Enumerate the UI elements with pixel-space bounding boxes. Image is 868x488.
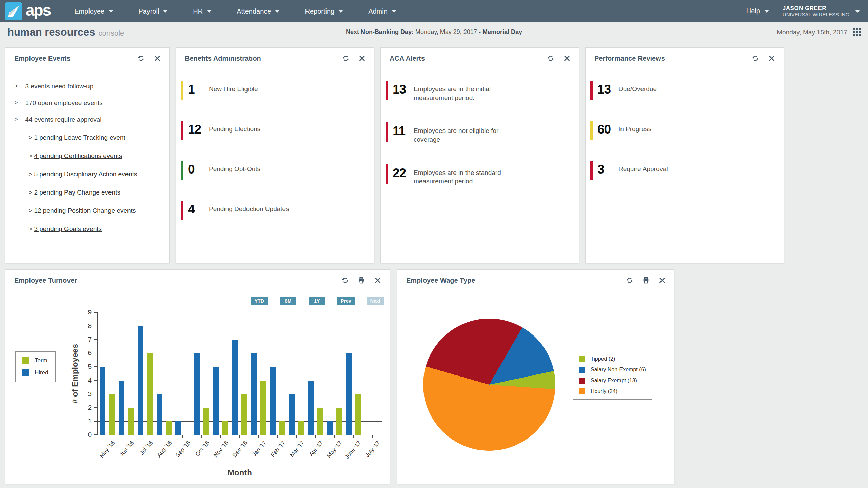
stat-row: 22 Employees are in the standard measure… bbox=[381, 164, 579, 186]
pending-events-list: 1 pending Leave Tracking event 4 pending… bbox=[5, 133, 169, 244]
hired-bar bbox=[232, 340, 238, 435]
aca-alerts-card: ACA Alerts 13 Employees are in the initi… bbox=[380, 47, 579, 263]
card-title: ACA Alerts bbox=[390, 55, 425, 62]
list-item[interactable]: 3 pending Goals events bbox=[28, 225, 169, 244]
wage-type-pie-chart: Tipped (2)Salary Non-Exempt (6)Salary Ex… bbox=[397, 291, 674, 484]
stat-count: 12 bbox=[188, 121, 209, 138]
stat-label: Employees are in the standard measuremen… bbox=[414, 168, 515, 186]
stat-count: 1 bbox=[188, 81, 209, 98]
status-bar bbox=[181, 81, 183, 100]
hired-bar bbox=[138, 326, 143, 435]
legend-swatch bbox=[22, 357, 29, 364]
menu-reporting[interactable]: Reporting bbox=[305, 7, 343, 15]
refresh-icon[interactable] bbox=[626, 277, 633, 284]
hired-bar bbox=[289, 394, 295, 435]
stat-count: 11 bbox=[393, 122, 414, 140]
stat-row: 3 Require Approval bbox=[586, 161, 784, 180]
status-bar bbox=[590, 121, 593, 140]
close-icon[interactable] bbox=[358, 55, 366, 62]
refresh-icon[interactable] bbox=[341, 277, 349, 284]
main-menu: Employee Payroll HR Attendance Reporting… bbox=[74, 7, 396, 15]
status-bar bbox=[386, 122, 388, 142]
legend-label: Salary Exempt (13) bbox=[591, 378, 637, 384]
x-tick bbox=[277, 435, 278, 438]
y-axis bbox=[97, 312, 98, 435]
chevron-down-icon bbox=[108, 10, 113, 13]
legend-label: Hired bbox=[35, 369, 48, 376]
hired-bar bbox=[194, 353, 200, 435]
menu-hr[interactable]: HR bbox=[193, 7, 212, 15]
y-tick bbox=[94, 353, 97, 353]
turnover-bar-chart: 0123456789May '16Jun '16Jul '16Aug '16Se… bbox=[5, 291, 390, 484]
y-tick bbox=[94, 312, 97, 313]
benefits-administration-card: Benefits Administration 1 New Hire Eligi… bbox=[176, 47, 374, 263]
term-bar bbox=[355, 394, 361, 435]
apps-grid-icon[interactable] bbox=[853, 28, 861, 36]
x-tick bbox=[145, 435, 145, 438]
stat-row: 12 Pending Elections bbox=[176, 121, 374, 140]
stat-label: Require Approval bbox=[618, 165, 668, 174]
list-item[interactable]: 4 pending Certifications events bbox=[28, 152, 169, 170]
stat-label: Pending Elections bbox=[209, 125, 260, 134]
stat-row: 60 In Progress bbox=[586, 121, 784, 140]
refresh-icon[interactable] bbox=[137, 55, 145, 62]
stat-label: New Hire Eligible bbox=[209, 85, 258, 94]
list-item[interactable]: 44 events require approval bbox=[14, 116, 169, 133]
y-tick-label: 9 bbox=[77, 309, 92, 316]
user-menu[interactable]: JASON GREER UNIVERSAL WIRELESS INC bbox=[783, 5, 860, 18]
y-tick bbox=[94, 394, 97, 394]
card-title: Employee Turnover bbox=[14, 277, 77, 284]
list-item[interactable]: 2 pending Pay Change events bbox=[28, 189, 169, 207]
list-item[interactable]: 12 pending Position Change events bbox=[28, 207, 169, 225]
page-subtitle: console bbox=[98, 29, 124, 37]
employee-wage-type-card: Employee Wage Type Tipped (2)Salary Non-… bbox=[397, 269, 674, 484]
legend-swatch bbox=[579, 367, 585, 373]
stat-count: 13 bbox=[393, 81, 414, 98]
y-tick bbox=[94, 421, 97, 422]
page-header: human resourcesconsole Next Non-Banking … bbox=[0, 22, 868, 42]
close-icon[interactable] bbox=[374, 277, 381, 284]
term-bar bbox=[260, 381, 266, 435]
x-tick bbox=[182, 435, 183, 438]
stat-count: 4 bbox=[188, 201, 209, 218]
chevron-down-icon bbox=[764, 10, 769, 13]
close-icon[interactable] bbox=[154, 55, 161, 62]
close-icon[interactable] bbox=[658, 277, 666, 284]
refresh-icon[interactable] bbox=[547, 55, 554, 62]
menu-attendance[interactable]: Attendance bbox=[237, 7, 280, 15]
page-title: human resourcesconsole bbox=[7, 26, 124, 38]
list-item[interactable]: 1 pending Leave Tracking event bbox=[28, 134, 169, 152]
x-tick bbox=[164, 435, 164, 438]
stat-label: Due/Overdue bbox=[618, 85, 657, 94]
stat-row: 0 Pending Opt-Outs bbox=[176, 161, 374, 180]
menu-payroll[interactable]: Payroll bbox=[138, 7, 168, 15]
menu-admin[interactable]: Admin bbox=[368, 7, 396, 15]
close-icon[interactable] bbox=[768, 55, 775, 62]
print-icon[interactable] bbox=[642, 277, 650, 284]
logo-text: aps bbox=[26, 2, 51, 20]
legend-label: Hourly (24) bbox=[591, 388, 617, 394]
status-bar bbox=[590, 161, 593, 180]
menu-help[interactable]: Help bbox=[746, 7, 769, 15]
term-bar bbox=[317, 408, 323, 435]
y-tick-label: 1 bbox=[77, 418, 92, 425]
hired-bar bbox=[157, 394, 162, 435]
list-item[interactable]: 170 open employee events bbox=[14, 99, 169, 116]
stat-label: Pending Opt-Outs bbox=[209, 165, 260, 174]
refresh-icon[interactable] bbox=[752, 55, 759, 62]
hired-bar bbox=[251, 353, 257, 435]
x-tick bbox=[372, 435, 373, 438]
hired-bar bbox=[213, 367, 219, 435]
print-icon[interactable] bbox=[358, 277, 365, 284]
refresh-icon[interactable] bbox=[342, 55, 350, 62]
y-tick-label: 7 bbox=[77, 336, 92, 343]
aps-logo[interactable]: aps bbox=[5, 2, 51, 20]
menu-employee[interactable]: Employee bbox=[74, 7, 113, 15]
list-item[interactable]: 3 events need follow-up bbox=[14, 83, 169, 99]
close-icon[interactable] bbox=[563, 55, 571, 62]
legend-swatch bbox=[22, 369, 29, 376]
stat-count: 3 bbox=[597, 161, 618, 178]
y-tick-label: 0 bbox=[77, 431, 92, 439]
x-tick bbox=[126, 435, 126, 438]
list-item[interactable]: 5 pending Disciplinary Action events bbox=[28, 170, 169, 189]
